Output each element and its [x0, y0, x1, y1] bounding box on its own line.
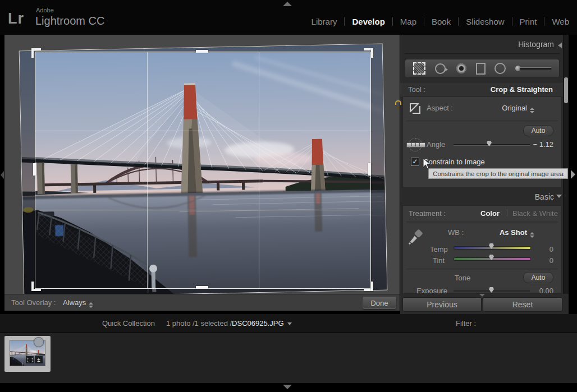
- constrain-checkbox[interactable]: ✓: [411, 158, 419, 166]
- tool-overlay-label: Tool Overlay :: [11, 298, 56, 307]
- exposure-value[interactable]: 0.00: [539, 287, 553, 294]
- right-panel: Histogram Tool : Crop & Straighten Aspec…: [400, 35, 569, 314]
- crop-handle-bottom[interactable]: [196, 286, 208, 289]
- angle-value[interactable]: − 1.12: [533, 140, 553, 149]
- divider: [406, 269, 558, 270]
- left-panel-toggle-icon[interactable]: [1, 171, 4, 179]
- basic-header[interactable]: Basic: [535, 192, 554, 201]
- tooltip: Constrains the crop to the original imag…: [428, 168, 568, 179]
- aspect-select[interactable]: Original: [502, 104, 534, 113]
- divider: [406, 121, 558, 122]
- red-eye-icon[interactable]: [456, 63, 466, 73]
- photo-in-crop: [35, 52, 371, 289]
- right-panel-toggle-icon[interactable]: [571, 170, 575, 179]
- filter-label: Filter :: [456, 319, 476, 328]
- divider: [406, 222, 558, 223]
- tool-name-row: Tool : Crop & Straighten: [400, 82, 563, 98]
- module-picker: Library Develop Map Book Slideshow Print…: [312, 17, 569, 26]
- tool-name: Crop & Straighten: [491, 85, 553, 94]
- crop-rectangle[interactable]: [35, 52, 371, 289]
- divider: [507, 209, 507, 216]
- crop-aspect-icon: [409, 102, 421, 114]
- panel-scrollbar[interactable]: [563, 35, 569, 294]
- quick-collection-badge-icon[interactable]: [34, 337, 44, 347]
- tool-strip: [405, 59, 560, 78]
- toolbar: Tool Overlay : Always Done: [4, 294, 400, 311]
- top-panel-toggle-icon[interactable]: [283, 2, 292, 6]
- spinner-icon: [89, 302, 93, 308]
- quick-collection-link[interactable]: Quick Collection: [102, 319, 155, 328]
- photo-canvas[interactable]: [4, 35, 400, 294]
- lightroom-window: Lr Adobe Lightroom CC Library Develop Ma…: [0, 0, 577, 392]
- thirds-grid-h2: [35, 210, 370, 210]
- previous-button[interactable]: Previous: [402, 297, 482, 312]
- reset-button[interactable]: Reset: [483, 297, 562, 312]
- exposure-label: Exposure: [416, 287, 447, 294]
- module-develop[interactable]: Develop: [352, 17, 384, 26]
- filmstrip-thumbnail-selected[interactable]: ±: [4, 336, 51, 372]
- selection-status[interactable]: 1 photo /1 selected /DSC06925.JPG: [166, 319, 292, 328]
- bottom-panel-toggle-icon[interactable]: [283, 385, 292, 389]
- angle-level-icon: [406, 137, 424, 152]
- filename-caret-icon: [287, 322, 292, 325]
- basic-panel: Treatment : Color Black & White WB : As …: [402, 205, 562, 294]
- crop-handle-bottom-right[interactable]: [364, 282, 373, 291]
- tool-overlay-select[interactable]: Always: [63, 298, 93, 308]
- basic-collapse-icon[interactable]: [556, 195, 562, 198]
- treatment-color[interactable]: Color: [480, 209, 500, 218]
- crop-tool-icon[interactable]: [413, 62, 425, 75]
- crop-handle-top-right[interactable]: [364, 48, 373, 58]
- wb-eyedropper-icon[interactable]: [407, 225, 427, 245]
- treatment-label: Treatment :: [409, 209, 446, 218]
- tone-label: Tone: [455, 274, 470, 282]
- histogram-collapse-icon[interactable]: [558, 43, 562, 48]
- spot-removal-icon[interactable]: [435, 63, 447, 73]
- module-separator: [344, 17, 345, 26]
- crop-handle-bottom-left[interactable]: [31, 282, 41, 291]
- temp-label: Temp: [430, 245, 448, 253]
- angle-auto-button[interactable]: Auto: [523, 125, 553, 136]
- module-book[interactable]: Book: [432, 17, 451, 26]
- module-separator: [458, 17, 459, 26]
- angle-slider-track[interactable]: [454, 144, 530, 146]
- module-slideshow[interactable]: Slideshow: [466, 17, 504, 26]
- module-separator: [424, 17, 424, 26]
- temp-value[interactable]: 0: [549, 245, 553, 253]
- adjustment-brush-icon[interactable]: [515, 66, 551, 71]
- crop-handle-top-left[interactable]: [31, 48, 41, 58]
- tint-value[interactable]: 0: [549, 256, 553, 265]
- module-web[interactable]: Web: [552, 17, 569, 26]
- crop-handle-right[interactable]: [368, 163, 371, 176]
- filmstrip-toolbar: 1 2 Quick Collection 1 photo /1 selected…: [0, 314, 577, 333]
- brand-adobe: Adobe: [36, 7, 54, 13]
- histogram-header[interactable]: Histogram: [518, 40, 554, 49]
- constrain-label[interactable]: Constrain to Image: [423, 158, 485, 166]
- radial-filter-icon[interactable]: [494, 63, 506, 74]
- panel-end-marker-icon: [479, 294, 485, 297]
- module-library[interactable]: Library: [312, 17, 337, 26]
- mouse-cursor-icon: [423, 158, 431, 170]
- module-separator: [544, 17, 544, 26]
- divider: [405, 53, 560, 54]
- lightroom-logo-icon: Lr: [8, 10, 24, 27]
- adjustment-badge-icon[interactable]: ±: [35, 356, 43, 363]
- treatment-black-white[interactable]: Black & White: [512, 209, 558, 218]
- module-map[interactable]: Map: [400, 17, 416, 26]
- graduated-filter-icon[interactable]: [476, 63, 486, 75]
- thirds-grid-v2: [259, 52, 259, 288]
- aspect-label: Aspect :: [427, 104, 453, 112]
- module-print[interactable]: Print: [520, 17, 537, 26]
- wb-select[interactable]: As Shot: [500, 228, 534, 238]
- done-button[interactable]: Done: [363, 297, 396, 309]
- crop-badge-icon[interactable]: [26, 356, 34, 363]
- thirds-grid-h1: [35, 131, 370, 131]
- spinner-icon: [530, 232, 534, 238]
- angle-label: Angle: [427, 140, 445, 149]
- crop-handle-left[interactable]: [33, 163, 36, 176]
- module-separator: [392, 17, 393, 26]
- tone-auto-button[interactable]: Auto: [523, 272, 553, 283]
- crop-handle-top[interactable]: [196, 50, 208, 53]
- filmstrip: ±: [0, 333, 577, 383]
- brand-lightroom: Lightroom CC: [35, 15, 104, 27]
- scrollbar-thumb[interactable]: [564, 77, 568, 103]
